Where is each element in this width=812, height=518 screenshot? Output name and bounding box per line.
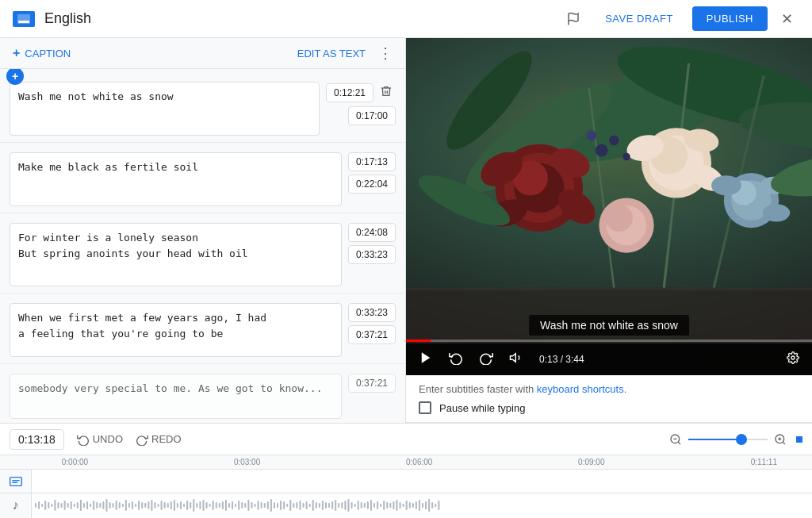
time-start-3[interactable]: 0:24:08 bbox=[348, 223, 396, 242]
svg-rect-89 bbox=[138, 501, 140, 510]
keyboard-hint-text: Enter subtitles faster with bbox=[419, 383, 534, 395]
volume-button[interactable] bbox=[506, 347, 527, 371]
svg-rect-121 bbox=[241, 502, 243, 508]
rewind-button[interactable] bbox=[446, 347, 466, 371]
caption-text-3[interactable]: For winter is a lonely season But spring… bbox=[10, 223, 342, 286]
svg-rect-169 bbox=[396, 500, 397, 511]
svg-rect-94 bbox=[154, 502, 155, 508]
svg-rect-170 bbox=[400, 502, 401, 508]
current-time-display: 0:13:18 bbox=[10, 429, 64, 450]
caption-text-2[interactable]: Make me black as fertile soil bbox=[10, 152, 342, 206]
time-end-1[interactable]: 0:17:00 bbox=[348, 106, 396, 125]
time-start-5[interactable]: 0:37:21 bbox=[348, 374, 396, 393]
svg-rect-117 bbox=[228, 503, 230, 508]
svg-rect-165 bbox=[383, 501, 385, 510]
svg-rect-163 bbox=[377, 501, 378, 509]
caption-times-3: 0:24:08 0:33:23 bbox=[348, 223, 396, 286]
svg-rect-61 bbox=[48, 502, 49, 508]
svg-rect-93 bbox=[151, 500, 152, 511]
caption-text-4[interactable]: When we first met a few years ago, I had… bbox=[10, 303, 342, 357]
svg-rect-174 bbox=[412, 503, 414, 508]
main-content: + CAPTION EDIT AS TEXT ⋮ + Wash me not w… bbox=[0, 38, 812, 423]
time-end-2[interactable]: 0:22:04 bbox=[348, 175, 396, 194]
svg-rect-132 bbox=[277, 503, 278, 508]
pause-typing-checkbox[interactable] bbox=[419, 401, 431, 414]
time-start-2[interactable]: 0:17:13 bbox=[348, 152, 396, 171]
svg-rect-172 bbox=[406, 501, 408, 510]
svg-rect-122 bbox=[244, 503, 246, 508]
ruler-mark-1: 0:03:00 bbox=[234, 458, 260, 466]
undo-button[interactable]: UNDO bbox=[77, 433, 123, 446]
track-label-captions bbox=[0, 470, 31, 493]
svg-rect-177 bbox=[422, 503, 423, 508]
svg-rect-136 bbox=[289, 500, 291, 511]
timeline-toolbar: 0:13:18 UNDO REDO bbox=[0, 424, 812, 455]
svg-point-36 bbox=[622, 153, 630, 160]
svg-rect-84 bbox=[122, 504, 124, 507]
svg-rect-75 bbox=[93, 501, 94, 510]
svg-point-32 bbox=[763, 204, 791, 221]
svg-rect-116 bbox=[225, 500, 227, 511]
plus-icon: + bbox=[13, 46, 20, 60]
svg-rect-106 bbox=[193, 499, 194, 512]
zoom-out-icon bbox=[669, 433, 682, 446]
svg-rect-57 bbox=[35, 503, 36, 508]
fastforward-button[interactable] bbox=[476, 347, 496, 371]
svg-rect-1 bbox=[18, 21, 29, 23]
flag-button[interactable] bbox=[561, 6, 586, 32]
svg-rect-156 bbox=[354, 504, 356, 507]
svg-rect-167 bbox=[389, 503, 391, 508]
svg-rect-178 bbox=[425, 501, 427, 509]
caption-times-4: 0:33:23 0:37:21 bbox=[348, 303, 396, 357]
zoom-slider[interactable] bbox=[688, 439, 768, 440]
redo-label: REDO bbox=[151, 433, 182, 445]
zoom-in-icon bbox=[774, 433, 787, 446]
svg-rect-105 bbox=[190, 502, 191, 508]
captions-track-icon bbox=[10, 477, 22, 486]
caption-text-5[interactable]: somebody very special to me. As we got t… bbox=[10, 374, 342, 419]
svg-point-41 bbox=[605, 204, 633, 232]
settings-button[interactable] bbox=[783, 348, 802, 370]
time-start-4[interactable]: 0:33:23 bbox=[348, 303, 396, 322]
zoom-controls bbox=[669, 433, 802, 446]
redo-button[interactable]: REDO bbox=[136, 433, 182, 446]
time-end-3[interactable]: 0:33:23 bbox=[348, 245, 396, 264]
delete-caption-1[interactable] bbox=[377, 82, 396, 103]
svg-point-46 bbox=[791, 356, 795, 359]
svg-rect-101 bbox=[177, 503, 178, 508]
time-end-4[interactable]: 0:37:21 bbox=[348, 325, 396, 344]
keyboard-shortcuts-link[interactable]: keyboard shortcuts. bbox=[537, 383, 626, 395]
header-actions: SAVE DRAFT PUBLISH ✕ bbox=[561, 6, 799, 32]
caption-text-1[interactable]: Wash me not white as snow bbox=[10, 82, 320, 136]
svg-rect-161 bbox=[370, 500, 372, 511]
add-caption-button[interactable]: + CAPTION bbox=[13, 46, 71, 60]
svg-rect-104 bbox=[186, 501, 188, 510]
svg-rect-43 bbox=[406, 288, 812, 290]
svg-rect-130 bbox=[270, 499, 272, 512]
more-options-button[interactable]: ⋮ bbox=[378, 46, 393, 60]
pause-typing-row: Pause while typing bbox=[419, 401, 799, 414]
svg-rect-147 bbox=[325, 502, 327, 508]
svg-rect-83 bbox=[119, 502, 121, 508]
svg-rect-87 bbox=[132, 501, 133, 509]
video-progress-bar[interactable] bbox=[406, 340, 812, 342]
publish-button[interactable]: PUBLISH bbox=[692, 6, 768, 31]
play-button[interactable] bbox=[416, 347, 436, 371]
svg-rect-115 bbox=[222, 501, 224, 509]
save-draft-button[interactable]: SAVE DRAFT bbox=[592, 6, 686, 31]
svg-rect-155 bbox=[351, 502, 353, 508]
close-button[interactable]: ✕ bbox=[774, 6, 799, 32]
svg-rect-111 bbox=[209, 504, 211, 507]
track-label-audio: ♪ bbox=[0, 493, 31, 517]
svg-rect-143 bbox=[312, 500, 314, 511]
video-area: Wash me not white as snow bbox=[406, 38, 812, 375]
caption-row-2: Make me black as fertile soil 0:17:13 0:… bbox=[0, 146, 405, 213]
edit-as-text-button[interactable]: EDIT AS TEXT bbox=[297, 48, 366, 59]
video-panel: Wash me not white as snow bbox=[406, 38, 812, 423]
time-start-1[interactable]: 0:12:21 bbox=[326, 83, 373, 102]
svg-line-48 bbox=[678, 442, 680, 444]
svg-rect-82 bbox=[116, 501, 117, 510]
svg-rect-160 bbox=[367, 501, 369, 509]
ruler-mark-4: 0:11:11 bbox=[751, 458, 777, 466]
svg-rect-70 bbox=[77, 502, 79, 508]
